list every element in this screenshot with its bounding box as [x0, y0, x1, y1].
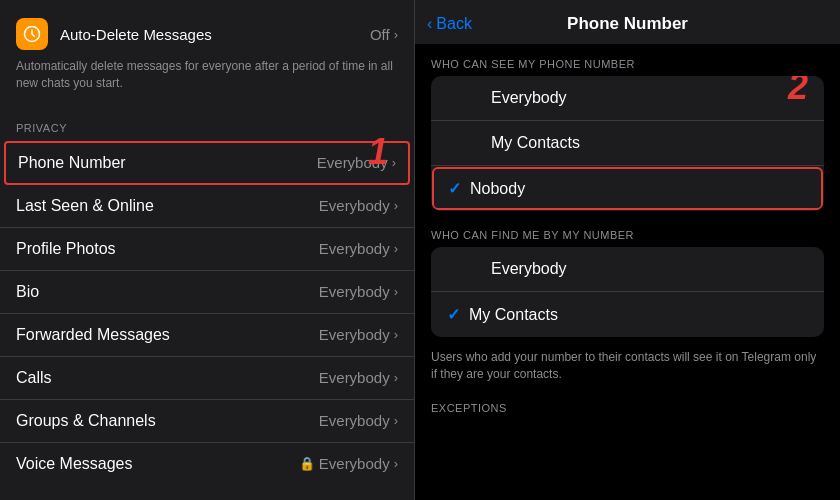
option-everybody[interactable]: Everybody — [431, 76, 824, 121]
voice-messages-title: Voice Messages — [16, 455, 133, 473]
profile-photos-value: Everybody › — [319, 240, 398, 257]
section2-header: WHO CAN FIND ME BY MY NUMBER — [431, 215, 824, 247]
bio-value: Everybody › — [319, 283, 398, 300]
settings-item-bio[interactable]: Bio Everybody › — [0, 271, 414, 314]
option2-my-contacts-label: My Contacts — [469, 306, 808, 324]
option2-everybody-label: Everybody — [469, 260, 808, 278]
forwarded-messages-value: Everybody › — [319, 326, 398, 343]
label-1: 1 — [368, 131, 388, 173]
right-header-title: Phone Number — [567, 14, 688, 34]
section1-header: WHO CAN SEE MY PHONE NUMBER — [431, 44, 824, 76]
groups-channels-title: Groups & Channels — [16, 412, 156, 430]
option-nobody-label: Nobody — [470, 180, 807, 198]
option2-my-contacts[interactable]: ✓ My Contacts — [431, 292, 824, 337]
option-nobody[interactable]: ✓ Nobody — [432, 167, 823, 210]
chevron-right-icon: › — [394, 241, 398, 256]
last-seen-title: Last Seen & Online — [16, 197, 154, 215]
back-button[interactable]: ‹ Back — [427, 15, 472, 33]
voice-messages-value: 🔒 Everybody › — [299, 455, 398, 472]
privacy-section-header: PRIVACY — [0, 110, 414, 140]
right-content: WHO CAN SEE MY PHONE NUMBER 2 Everybody … — [415, 44, 840, 500]
back-label: Back — [436, 15, 472, 33]
clock-icon — [23, 25, 41, 43]
option-my-contacts[interactable]: My Contacts — [431, 121, 824, 166]
settings-item-calls[interactable]: Calls Everybody › — [0, 357, 414, 400]
groups-channels-value: Everybody › — [319, 412, 398, 429]
auto-delete-right: Off › — [370, 26, 398, 43]
right-header: ‹ Back Phone Number — [415, 0, 840, 44]
option2-everybody[interactable]: Everybody — [431, 247, 824, 292]
chevron-right-icon: › — [394, 198, 398, 213]
chevron-right-icon: › — [394, 27, 398, 42]
right-panel: ‹ Back Phone Number WHO CAN SEE MY PHONE… — [415, 0, 840, 500]
settings-item-groups-channels[interactable]: Groups & Channels Everybody › — [0, 400, 414, 443]
phone-number-title: Phone Number — [18, 154, 126, 172]
auto-delete-title: Auto-Delete Messages — [60, 26, 212, 43]
settings-item-profile-photos[interactable]: Profile Photos Everybody › — [0, 228, 414, 271]
section3-header: EXCEPTIONS — [431, 388, 824, 420]
chevron-right-icon: › — [394, 456, 398, 471]
chevron-left-icon: ‹ — [427, 15, 432, 33]
settings-list: Phone Number Everybody › 1 Last Seen & O… — [0, 140, 414, 500]
chevron-right-icon: › — [394, 413, 398, 428]
auto-delete-section: Auto-Delete Messages Off › Automatically… — [0, 0, 414, 110]
check-nobody: ✓ — [448, 179, 470, 198]
settings-item-last-seen[interactable]: Last Seen & Online Everybody › — [0, 185, 414, 228]
settings-item-forwarded-messages[interactable]: Forwarded Messages Everybody › — [0, 314, 414, 357]
section1-option-group: 2 Everybody My Contacts ✓ Nobody — [431, 76, 824, 211]
profile-photos-title: Profile Photos — [16, 240, 116, 258]
bio-title: Bio — [16, 283, 39, 301]
option-my-contacts-label: My Contacts — [469, 134, 808, 152]
chevron-right-icon: › — [392, 155, 396, 170]
auto-delete-left: Auto-Delete Messages — [16, 18, 212, 50]
option-everybody-label: Everybody — [469, 89, 808, 107]
calls-title: Calls — [16, 369, 52, 387]
settings-item-voice-messages[interactable]: Voice Messages 🔒 Everybody › — [0, 443, 414, 485]
last-seen-value: Everybody › — [319, 197, 398, 214]
forwarded-messages-title: Forwarded Messages — [16, 326, 170, 344]
lock-icon: 🔒 — [299, 456, 315, 471]
chevron-right-icon: › — [394, 284, 398, 299]
chevron-right-icon: › — [394, 327, 398, 342]
section2-description: Users who add your number to their conta… — [431, 341, 824, 388]
auto-delete-description: Automatically delete messages for everyo… — [16, 58, 398, 102]
auto-delete-icon — [16, 18, 48, 50]
settings-item-phone-number[interactable]: Phone Number Everybody › 1 — [4, 141, 410, 185]
chevron-right-icon: › — [394, 370, 398, 385]
auto-delete-row[interactable]: Auto-Delete Messages Off › — [16, 10, 398, 58]
section2-option-group: Everybody ✓ My Contacts — [431, 247, 824, 337]
check2-my-contacts: ✓ — [447, 305, 469, 324]
calls-value: Everybody › — [319, 369, 398, 386]
auto-delete-value: Off — [370, 26, 390, 43]
left-panel: Auto-Delete Messages Off › Automatically… — [0, 0, 415, 500]
